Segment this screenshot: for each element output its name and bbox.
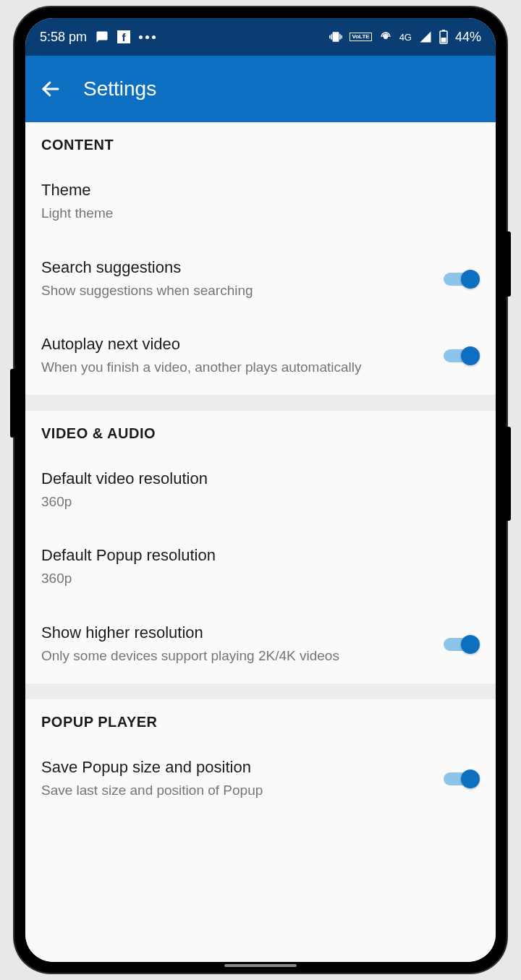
- section-header-popup-player: POPUP PLAYER: [25, 699, 496, 741]
- setting-title: Search suggestions: [41, 258, 429, 277]
- toggle-thumb: [461, 270, 480, 289]
- setting-title: Show higher resolution: [41, 623, 429, 642]
- more-notifications-icon: [139, 35, 156, 39]
- screen: 5:58 pm f VoLTE 4G: [25, 18, 496, 962]
- setting-title: Theme: [41, 181, 480, 200]
- setting-text: Show higher resolution Only some devices…: [41, 623, 429, 666]
- chat-icon: [96, 30, 109, 43]
- arrow-left-icon: [40, 78, 62, 100]
- setting-default-video-resolution[interactable]: Default video resolution 360p: [25, 452, 496, 529]
- svg-point-0: [384, 35, 387, 39]
- svg-rect-2: [442, 30, 445, 31]
- network-type: 4G: [399, 32, 412, 43]
- setting-text: Default Popup resolution 360p: [41, 546, 480, 589]
- battery-icon: [439, 30, 448, 44]
- setting-subtitle: 360p: [41, 493, 480, 512]
- side-button: [10, 369, 14, 438]
- setting-save-popup[interactable]: Save Popup size and position Save last s…: [25, 741, 496, 818]
- hotspot-icon: [379, 30, 392, 43]
- setting-title: Default Popup resolution: [41, 546, 480, 565]
- toggle-autoplay[interactable]: [444, 346, 480, 366]
- setting-autoplay[interactable]: Autoplay next video When you finish a vi…: [25, 318, 496, 395]
- toggle-save-popup[interactable]: [444, 769, 480, 789]
- setting-title: Save Popup size and position: [41, 758, 429, 777]
- vibrate-icon: [329, 30, 342, 43]
- status-bar: 5:58 pm f VoLTE 4G: [25, 18, 496, 56]
- toggle-thumb: [461, 770, 480, 788]
- setting-subtitle: Show suggestions when searching: [41, 281, 429, 301]
- section-divider: [25, 395, 496, 411]
- toggle-thumb: [461, 346, 480, 365]
- setting-subtitle: Light theme: [41, 204, 480, 223]
- setting-theme[interactable]: Theme Light theme: [25, 163, 496, 241]
- section-header-video-audio: VIDEO & AUDIO: [25, 411, 496, 452]
- setting-higher-resolution[interactable]: Show higher resolution Only some devices…: [25, 606, 496, 683]
- svg-rect-3: [441, 38, 446, 43]
- setting-subtitle: 360p: [41, 569, 480, 589]
- facebook-icon: f: [117, 30, 130, 43]
- setting-subtitle: Save last size and position of Popup: [41, 781, 429, 801]
- back-button[interactable]: [40, 78, 62, 100]
- setting-text: Autoplay next video When you finish a vi…: [41, 335, 429, 378]
- setting-default-popup-resolution[interactable]: Default Popup resolution 360p: [25, 529, 496, 606]
- section-header-content: CONTENT: [25, 122, 496, 163]
- setting-subtitle: Only some devices support playing 2K/4K …: [41, 647, 429, 666]
- status-time: 5:58 pm: [40, 30, 87, 45]
- setting-search-suggestions[interactable]: Search suggestions Show suggestions when…: [25, 241, 496, 318]
- toggle-higher-resolution[interactable]: [444, 634, 480, 655]
- phone-frame: 5:58 pm f VoLTE 4G: [14, 7, 507, 973]
- setting-text: Search suggestions Show suggestions when…: [41, 258, 429, 301]
- setting-text: Default video resolution 360p: [41, 469, 480, 512]
- setting-text: Theme Light theme: [41, 181, 480, 223]
- toggle-search-suggestions[interactable]: [444, 269, 480, 289]
- battery-percent: 44%: [455, 30, 481, 45]
- section-divider: [25, 683, 496, 699]
- signal-icon: [419, 30, 432, 43]
- setting-title: Default video resolution: [41, 469, 480, 488]
- setting-title: Autoplay next video: [41, 335, 429, 354]
- status-left: 5:58 pm f: [40, 30, 156, 45]
- page-title: Settings: [83, 77, 156, 101]
- status-right: VoLTE 4G 44%: [329, 30, 481, 45]
- setting-subtitle: When you finish a video, another plays a…: [41, 358, 429, 378]
- settings-content[interactable]: CONTENT Theme Light theme Search suggest…: [25, 122, 496, 962]
- setting-text: Save Popup size and position Save last s…: [41, 758, 429, 801]
- toggle-thumb: [461, 635, 480, 654]
- volte-icon: VoLTE: [350, 33, 371, 41]
- app-bar: Settings: [25, 56, 496, 122]
